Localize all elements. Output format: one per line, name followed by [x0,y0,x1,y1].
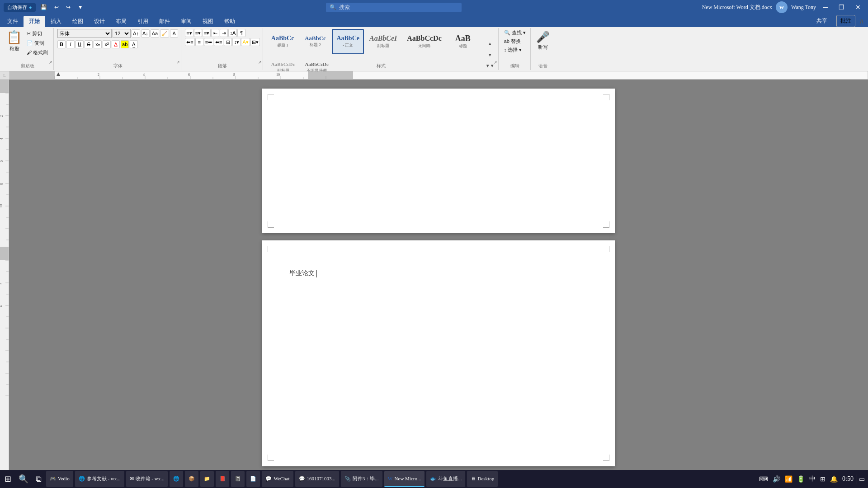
strikethrough-button[interactable]: S [85,40,93,48]
col-button[interactable]: ⊟ [224,38,232,46]
decrease-font-size-button[interactable]: A↓ [141,29,150,38]
styles-scroll-down-button[interactable]: ▼ [485,52,495,58]
page-1-content[interactable] [289,107,588,242]
line-spacing-button[interactable]: ↕▾ [232,38,241,46]
paste-button[interactable]: 📋 粘贴 [5,29,24,52]
save-button[interactable]: 💾 [38,3,50,11]
paragraph-expand[interactable]: ↗ [258,60,262,65]
borders-button[interactable]: ⊞▾ [250,38,260,46]
taskbar-app-attachment[interactable]: 📎 附件3：毕... [341,471,382,487]
notification-icon[interactable]: 🔔 [829,474,839,484]
shading-button[interactable]: A▾ [241,38,250,46]
change-case-button[interactable]: Aa [151,29,159,38]
show-marks-button[interactable]: ¶ [237,29,245,37]
taskbar-app-pdf[interactable]: 📕 [216,471,229,487]
minimize-button[interactable]: ─ [820,0,831,14]
sort-button[interactable]: ↕A [228,29,237,37]
taskbar-app-qq[interactable]: 💬 1601071003... [295,471,339,487]
taskbar-app-wechat[interactable]: 💬 WeChat [262,471,293,487]
network-icon[interactable]: 📶 [783,474,794,484]
font-size-select[interactable]: 12 14 16 [113,29,131,38]
styles-expand-icon[interactable]: ↗ [494,60,497,65]
ribbon-collapse-button[interactable]: ∧ [859,17,864,25]
subscript-button[interactable]: x₂ [94,40,102,48]
taskbar-app-references[interactable]: 🌐 参考文献 - wx... [75,471,124,487]
find-button[interactable]: 🔍 查找 ▾ [502,29,528,37]
page-2-content[interactable]: 毕业论文 [289,258,588,394]
taskbar-app-douyu[interactable]: 🐟 斗鱼直播... [426,471,465,487]
justify-button[interactable]: ⬌≡ [214,38,223,46]
page-1[interactable] [262,89,615,233]
taskbar-app-vedio[interactable]: 🎮 Vedio [46,471,73,487]
align-right-button[interactable]: ≡➡ [204,38,213,46]
tab-help[interactable]: 帮助 [219,16,241,27]
increase-indent-button[interactable]: ⇥ [220,29,228,37]
page-2[interactable]: 毕业论文 [262,240,615,466]
search-taskbar-button[interactable]: 🔍 [16,471,31,487]
clear-formatting-button[interactable]: 🧹 [160,29,169,38]
taskbar-app-browser[interactable]: 🌐 [170,471,183,487]
keyboard-icon[interactable]: ⌨ [758,474,769,484]
user-avatar[interactable]: W [776,1,788,13]
tab-review[interactable]: 审阅 [175,16,197,27]
align-center-button[interactable]: ≡ [195,38,203,46]
taskbar-app-word[interactable]: W New Micro... [384,471,425,487]
battery-icon[interactable]: 🔋 [796,474,806,484]
tab-layout[interactable]: 布局 [110,16,132,27]
quick-access-more-button[interactable]: ▼ [75,3,86,11]
tab-design[interactable]: 设计 [89,16,110,27]
bold-button[interactable]: B [57,40,66,48]
taskbar-app-onenote[interactable]: 📓 [231,471,245,487]
undo-button[interactable]: ↩ [52,3,61,11]
ruler-left-corner[interactable]: L [0,71,9,80]
style-title[interactable]: AaBbCe • 正文 [332,29,364,54]
clipboard-expand[interactable]: ↗ [49,60,52,65]
autosave-toggle[interactable]: ● [29,5,32,10]
tab-references[interactable]: 引用 [132,16,154,27]
task-view-button[interactable]: ⧉ [33,471,44,487]
font-family-select[interactable]: 宋体 黑体 Arial [57,29,112,38]
tab-mailings[interactable]: 邮件 [154,16,175,27]
taskbar-app-unknown1[interactable]: 📄 [246,471,260,487]
tab-view[interactable]: 视图 [197,16,219,27]
style-heading2[interactable]: AaBbCc 标题 2 [299,29,331,54]
superscript-button[interactable]: x² [103,40,111,48]
document-area[interactable]: 毕业论文 [9,80,868,475]
style-heading1[interactable]: AaBbCc 标题 1 [267,29,299,54]
taskbar-app-store[interactable]: 📦 [185,471,198,487]
dictate-button[interactable]: 🎤 听写 [534,29,552,52]
bullets-button[interactable]: ≡▾ [185,29,193,37]
page-2-text[interactable]: 毕业论文 [289,258,588,279]
numbering-button[interactable]: ≡▾ [194,29,202,37]
format-painter-button[interactable]: 🖌 格式刷 [25,48,50,57]
ime-icon[interactable]: 中 [808,474,817,484]
style-subtitle[interactable]: AaBbCeI 副标题 [365,29,401,54]
share-button[interactable]: 共享 [811,15,833,27]
tab-draw[interactable]: 绘图 [67,16,89,27]
start-button[interactable]: ⊞ [2,471,14,487]
font-color-button[interactable]: A [112,40,120,48]
horizontal-ruler[interactable]: 2 4 6 8 10 [9,71,868,80]
styles-scroll-up-button[interactable]: ▲ [485,40,495,47]
tab-home[interactable]: 开始 [24,16,45,27]
style-heading3[interactable]: AaB 标题 [447,29,479,54]
close-button[interactable]: ✕ [852,0,864,14]
clock[interactable]: 0:50 [841,474,855,483]
text-highlight-button[interactable]: ab [121,40,129,48]
style-normal[interactable]: AaBbCcDc 无间隔 [402,29,446,54]
underline-button[interactable]: U [75,40,84,48]
taskbar-app-fileexplorer[interactable]: 📁 [200,471,214,487]
copy-button[interactable]: 📄 复制 [25,38,50,47]
replace-button[interactable]: ab 替换 [502,38,523,45]
taskbar-app-desktop[interactable]: 🖥 Desktop [467,471,498,487]
cut-button[interactable]: ✂ 剪切 [25,29,50,38]
tab-insert[interactable]: 插入 [45,16,67,27]
redo-button[interactable]: ↪ [63,3,73,11]
layout-icon[interactable]: ⊞ [819,474,827,484]
align-left-button[interactable]: ⬅≡ [185,38,194,46]
restore-button[interactable]: ❐ [835,0,848,14]
taskbar-app-mail[interactable]: ✉ 收件箱 - wx... [126,471,168,487]
increase-font-size-button[interactable]: A↑ [132,29,140,38]
select-button[interactable]: ↕ 选择 ▾ [502,46,524,54]
search-bar[interactable]: 🔍 搜索 [326,3,462,12]
